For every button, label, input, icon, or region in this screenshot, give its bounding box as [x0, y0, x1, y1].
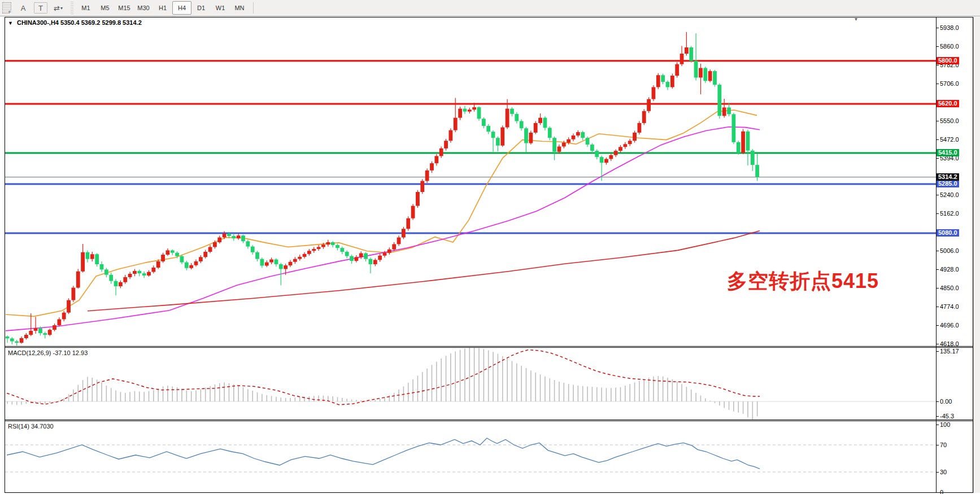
chart-title-ohlc: 5350.4 5369.2 5299.8 5314.2: [60, 19, 142, 26]
panel-separator[interactable]: [5, 419, 973, 420]
axis-tick-mark: [936, 288, 939, 288]
axis-tick-mark: [936, 472, 939, 473]
toolbar-grip-icon: [71, 2, 73, 14]
rsi-indicator-label: RSI(14) 34.7030: [8, 423, 54, 430]
macd-tick-label: 135.17: [940, 348, 959, 355]
price-tick-label: 4928.0: [940, 266, 959, 273]
price-tick-label: 4774.0: [940, 303, 959, 310]
axis-tick-mark: [936, 344, 939, 344]
axis-tick-mark: [936, 84, 939, 84]
price-tick-label: 5162.0: [940, 210, 959, 217]
timeframe-button-m15[interactable]: M15: [115, 1, 134, 15]
macd-tick-label: 0.00: [940, 398, 952, 405]
collapse-triangle-icon[interactable]: ▼: [8, 20, 13, 26]
axis-tick-mark: [936, 445, 939, 445]
timeframe-button-m1[interactable]: M1: [76, 1, 95, 15]
text-label-a-icon[interactable]: A: [14, 1, 33, 15]
price-tick-label: 4618.0: [940, 340, 959, 347]
axis-tick-mark: [936, 251, 939, 251]
timeframe-button-h1[interactable]: H1: [153, 1, 172, 15]
chart-title: ▼ CHINA300-,H4 5350.4 5369.2 5299.8 5314…: [8, 19, 142, 26]
rsi-tick-label: 100: [940, 421, 950, 428]
axis-tick-mark: [936, 213, 939, 214]
axis-tick-mark: [936, 65, 939, 65]
chevron-down-icon[interactable]: ▾: [60, 6, 63, 11]
price-tick-label: 5550.0: [940, 117, 959, 124]
rsi-tick-label: 30: [940, 469, 947, 475]
price-tick-label: 5472.0: [940, 136, 959, 143]
cycle-lines-icon[interactable]: ⇄▾: [49, 1, 68, 15]
price-tick-label: 4696.0: [940, 322, 959, 329]
axis-tick-mark: [936, 28, 939, 28]
axis-tick-mark: [936, 401, 939, 402]
price-tick-label: 4850.0: [940, 285, 959, 291]
timeframe-button-h4[interactable]: H4: [172, 1, 191, 15]
rsi-tick-label: 70: [940, 441, 947, 448]
main-chart-canvas[interactable]: [5, 18, 936, 346]
rsi-tick-label: 0: [940, 489, 943, 494]
timeframe-button-w1[interactable]: W1: [211, 1, 230, 15]
price-tick-label: 5938.0: [940, 24, 959, 31]
level-price-badge: 5620.0: [937, 100, 959, 107]
axis-tick-mark: [936, 325, 939, 326]
price-axis-divider: [936, 17, 937, 493]
axis-tick-mark: [936, 46, 939, 47]
chart-title-symbol: CHINA300-,H4: [17, 19, 59, 26]
level-price-badge: 5415.0: [937, 149, 959, 156]
toolbar-separator: [253, 2, 254, 14]
axis-tick-mark: [936, 492, 939, 493]
axis-tick-mark: [936, 158, 939, 159]
axis-tick-mark: [936, 351, 939, 352]
toolbar-grip-icon: F: [2, 2, 11, 14]
price-tick-label: 5240.0: [940, 191, 959, 198]
axis-tick-mark: [936, 139, 939, 140]
text-tool-icon[interactable]: T: [34, 2, 47, 14]
timeframe-button-m5[interactable]: M5: [95, 1, 115, 15]
axis-tick-mark: [936, 307, 939, 307]
toolbar: F A T ⇄▾ M1M5M15M30H1H4D1W1MN: [0, 0, 980, 16]
timeframe-button-d1[interactable]: D1: [191, 1, 211, 15]
axis-tick-mark: [936, 425, 939, 425]
macd-tick-label: -45.3: [940, 413, 954, 419]
scrollbar-gutter[interactable]: [973, 17, 980, 493]
level-price-badge: 5080.0: [937, 229, 959, 237]
current-price-badge: 5314.2: [937, 173, 959, 181]
axis-tick-mark: [936, 195, 939, 195]
price-tick-label: 5006.0: [940, 247, 959, 254]
timeframe-button-mn[interactable]: MN: [230, 1, 249, 15]
chart-text-annotation[interactable]: 多空转折点5415: [727, 268, 879, 295]
panel-separator[interactable]: [5, 346, 973, 347]
timeframe-button-m30[interactable]: M30: [134, 1, 153, 15]
axis-tick-mark: [936, 121, 939, 121]
chart-window-border-bottom: [5, 492, 973, 493]
macd-panel-canvas[interactable]: [5, 348, 936, 419]
rsi-panel-canvas[interactable]: [5, 421, 936, 492]
timeframe-button-group: M1M5M15M30H1H4D1W1MN: [76, 1, 249, 15]
macd-indicator-label: MACD(12,26,9) -37.10 12.93: [8, 349, 88, 356]
level-price-badge: 5285.0: [937, 180, 959, 187]
level-price-badge: 5800.0: [937, 57, 959, 64]
axis-tick-mark: [936, 416, 939, 417]
axis-tick-mark: [936, 269, 939, 270]
price-tick-label: 5860.0: [940, 43, 959, 50]
price-tick-label: 5706.0: [940, 80, 959, 87]
